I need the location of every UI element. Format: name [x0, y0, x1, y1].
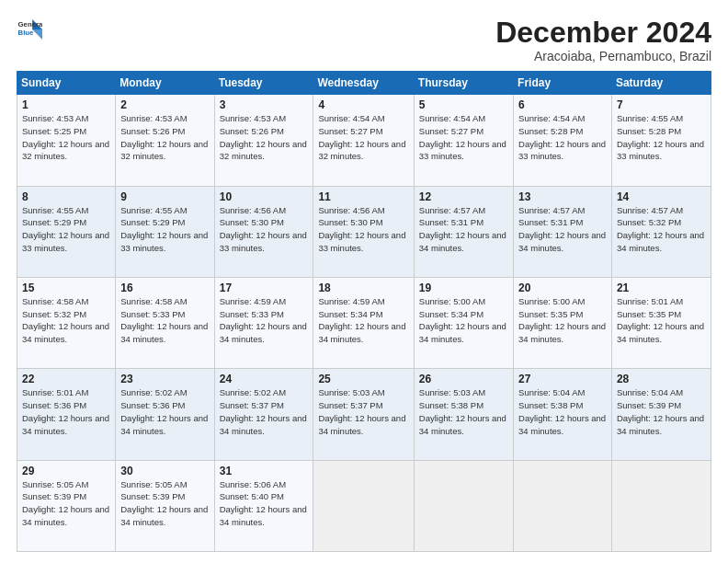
col-friday: Friday	[514, 72, 612, 95]
day-info: Sunrise: 4:57 AMSunset: 5:32 PMDaylight:…	[617, 205, 704, 253]
day-number: 2	[120, 98, 209, 111]
calendar-cell: 5 Sunrise: 4:54 AMSunset: 5:27 PMDayligh…	[414, 95, 513, 186]
calendar-cell: 22 Sunrise: 5:01 AMSunset: 5:36 PMDaylig…	[17, 369, 116, 460]
day-info: Sunrise: 5:02 AMSunset: 5:37 PMDaylight:…	[220, 387, 307, 435]
day-info: Sunrise: 4:55 AMSunset: 5:29 PMDaylight:…	[22, 205, 109, 253]
day-number: 3	[220, 98, 309, 111]
day-number: 16	[120, 282, 209, 294]
calendar-cell: 29 Sunrise: 5:05 AMSunset: 5:39 PMDaylig…	[17, 460, 116, 551]
day-number: 11	[318, 190, 408, 203]
day-number: 9	[120, 190, 209, 203]
col-tuesday: Tuesday	[214, 72, 313, 95]
day-number: 13	[518, 190, 607, 203]
day-info: Sunrise: 4:56 AMSunset: 5:30 PMDaylight:…	[318, 205, 405, 253]
day-number: 12	[419, 190, 508, 203]
day-number: 29	[22, 465, 110, 477]
day-info: Sunrise: 4:54 AMSunset: 5:28 PMDaylight:…	[518, 113, 606, 161]
day-number: 26	[419, 373, 508, 385]
day-number: 19	[419, 282, 508, 294]
col-saturday: Saturday	[611, 72, 711, 95]
calendar-cell: 14 Sunrise: 4:57 AMSunset: 5:32 PMDaylig…	[611, 186, 711, 277]
calendar-cell: 9 Sunrise: 4:55 AMSunset: 5:29 PMDayligh…	[116, 186, 214, 277]
day-info: Sunrise: 4:53 AMSunset: 5:26 PMDaylight:…	[120, 113, 208, 161]
day-info: Sunrise: 4:58 AMSunset: 5:32 PMDaylight:…	[22, 296, 109, 344]
day-info: Sunrise: 5:00 AMSunset: 5:34 PMDaylight:…	[419, 296, 506, 344]
page: General Blue December 2024 Aracoiaba, Pe…	[0, 0, 728, 563]
day-info: Sunrise: 4:55 AMSunset: 5:29 PMDaylight:…	[120, 205, 208, 253]
day-info: Sunrise: 5:00 AMSunset: 5:35 PMDaylight:…	[518, 296, 606, 344]
calendar-cell: 15 Sunrise: 4:58 AMSunset: 5:32 PMDaylig…	[17, 277, 116, 368]
day-number: 14	[617, 190, 706, 203]
day-number: 17	[220, 282, 309, 294]
calendar-cell	[313, 460, 414, 551]
day-info: Sunrise: 5:04 AMSunset: 5:38 PMDaylight:…	[518, 387, 606, 435]
calendar-cell: 28 Sunrise: 5:04 AMSunset: 5:39 PMDaylig…	[611, 369, 711, 460]
day-number: 22	[22, 373, 110, 385]
day-number: 18	[318, 282, 408, 294]
calendar-week-row: 29 Sunrise: 5:05 AMSunset: 5:39 PMDaylig…	[17, 460, 711, 551]
day-number: 5	[419, 98, 508, 111]
calendar-cell: 4 Sunrise: 4:54 AMSunset: 5:27 PMDayligh…	[313, 95, 414, 186]
main-title: December 2024	[495, 17, 711, 49]
calendar-cell: 31 Sunrise: 5:06 AMSunset: 5:40 PMDaylig…	[214, 460, 313, 551]
calendar-cell	[414, 460, 513, 551]
calendar-cell: 25 Sunrise: 5:03 AMSunset: 5:37 PMDaylig…	[313, 369, 414, 460]
day-info: Sunrise: 5:04 AMSunset: 5:39 PMDaylight:…	[617, 387, 704, 435]
day-number: 7	[617, 98, 706, 111]
calendar-cell: 23 Sunrise: 5:02 AMSunset: 5:36 PMDaylig…	[116, 369, 214, 460]
calendar-cell: 16 Sunrise: 4:58 AMSunset: 5:33 PMDaylig…	[116, 277, 214, 368]
calendar-cell: 3 Sunrise: 4:53 AMSunset: 5:26 PMDayligh…	[214, 95, 313, 186]
calendar-cell: 24 Sunrise: 5:02 AMSunset: 5:37 PMDaylig…	[214, 369, 313, 460]
calendar-cell: 13 Sunrise: 4:57 AMSunset: 5:31 PMDaylig…	[514, 186, 612, 277]
calendar-cell: 21 Sunrise: 5:01 AMSunset: 5:35 PMDaylig…	[611, 277, 711, 368]
calendar-cell: 8 Sunrise: 4:55 AMSunset: 5:29 PMDayligh…	[17, 186, 116, 277]
day-number: 23	[120, 373, 209, 385]
svg-text:General: General	[18, 20, 42, 29]
title-block: December 2024 Aracoiaba, Pernambuco, Bra…	[495, 17, 711, 63]
day-info: Sunrise: 4:53 AMSunset: 5:26 PMDaylight:…	[220, 113, 307, 161]
calendar-week-row: 1 Sunrise: 4:53 AMSunset: 5:25 PMDayligh…	[17, 95, 711, 186]
calendar-cell: 2 Sunrise: 4:53 AMSunset: 5:26 PMDayligh…	[116, 95, 214, 186]
col-monday: Monday	[116, 72, 214, 95]
day-info: Sunrise: 4:56 AMSunset: 5:30 PMDaylight:…	[220, 205, 307, 253]
logo: General Blue	[17, 17, 42, 42]
header: General Blue December 2024 Aracoiaba, Pe…	[17, 17, 711, 63]
day-info: Sunrise: 4:54 AMSunset: 5:27 PMDaylight:…	[318, 113, 405, 161]
day-number: 21	[617, 282, 706, 294]
calendar-table: Sunday Monday Tuesday Wednesday Thursday…	[17, 71, 711, 552]
calendar-week-row: 15 Sunrise: 4:58 AMSunset: 5:32 PMDaylig…	[17, 277, 711, 368]
svg-marker-1	[32, 29, 42, 40]
day-number: 15	[22, 282, 110, 294]
day-info: Sunrise: 5:02 AMSunset: 5:36 PMDaylight:…	[120, 387, 208, 435]
col-wednesday: Wednesday	[313, 72, 414, 95]
day-number: 30	[120, 465, 209, 477]
calendar-cell: 10 Sunrise: 4:56 AMSunset: 5:30 PMDaylig…	[214, 186, 313, 277]
day-info: Sunrise: 4:59 AMSunset: 5:34 PMDaylight:…	[318, 296, 405, 344]
day-number: 10	[220, 190, 309, 203]
calendar-cell: 26 Sunrise: 5:03 AMSunset: 5:38 PMDaylig…	[414, 369, 513, 460]
calendar-cell: 12 Sunrise: 4:57 AMSunset: 5:31 PMDaylig…	[414, 186, 513, 277]
day-info: Sunrise: 4:54 AMSunset: 5:27 PMDaylight:…	[419, 113, 506, 161]
day-info: Sunrise: 4:58 AMSunset: 5:33 PMDaylight:…	[120, 296, 208, 344]
calendar-cell: 30 Sunrise: 5:05 AMSunset: 5:39 PMDaylig…	[116, 460, 214, 551]
col-thursday: Thursday	[414, 72, 513, 95]
day-info: Sunrise: 5:01 AMSunset: 5:36 PMDaylight:…	[22, 387, 109, 435]
calendar-cell: 17 Sunrise: 4:59 AMSunset: 5:33 PMDaylig…	[214, 277, 313, 368]
day-number: 1	[22, 98, 110, 111]
day-number: 28	[617, 373, 706, 385]
logo-icon: General Blue	[17, 17, 42, 42]
calendar-cell: 1 Sunrise: 4:53 AMSunset: 5:25 PMDayligh…	[17, 95, 116, 186]
calendar-header-row: Sunday Monday Tuesday Wednesday Thursday…	[17, 72, 711, 95]
day-number: 4	[318, 98, 408, 111]
day-number: 20	[518, 282, 607, 294]
calendar-cell	[514, 460, 612, 551]
calendar-cell: 20 Sunrise: 5:00 AMSunset: 5:35 PMDaylig…	[514, 277, 612, 368]
day-number: 8	[22, 190, 110, 203]
day-info: Sunrise: 5:05 AMSunset: 5:39 PMDaylight:…	[120, 479, 208, 527]
calendar-cell: 19 Sunrise: 5:00 AMSunset: 5:34 PMDaylig…	[414, 277, 513, 368]
calendar-cell: 18 Sunrise: 4:59 AMSunset: 5:34 PMDaylig…	[313, 277, 414, 368]
day-number: 31	[220, 465, 309, 477]
col-sunday: Sunday	[17, 72, 116, 95]
day-info: Sunrise: 5:01 AMSunset: 5:35 PMDaylight:…	[617, 296, 704, 344]
calendar-week-row: 8 Sunrise: 4:55 AMSunset: 5:29 PMDayligh…	[17, 186, 711, 277]
